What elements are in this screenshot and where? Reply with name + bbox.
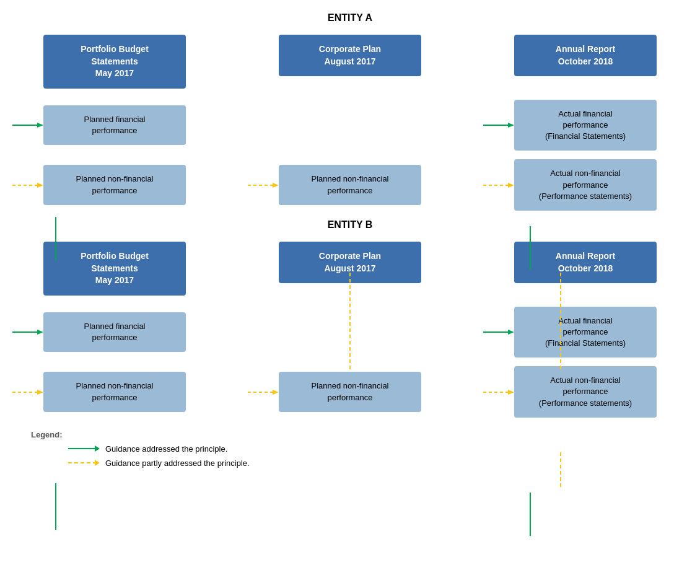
right-header-b: Annual Report October 2018 xyxy=(514,242,657,296)
center-header-a: Corporate Plan August 2017 xyxy=(279,35,421,89)
entity-b-title: ENTITY B xyxy=(19,219,681,230)
planned-nonfinancial-left-a: Planned non-financialperformance xyxy=(43,165,186,204)
annual-report-header-b: Annual Report October 2018 xyxy=(514,242,657,283)
dashed-arrow-a2-right xyxy=(483,179,514,191)
svg-marker-3 xyxy=(508,123,514,128)
dashed-arrow-b2-right xyxy=(483,386,514,398)
legend-green: Guidance addressed the principle. xyxy=(68,444,681,454)
actual-financial-box-a: Actual financialperformance(Financial St… xyxy=(514,100,657,151)
legend: Legend: Guidance addressed the principle… xyxy=(19,430,681,468)
legend-green-arrow xyxy=(68,448,99,449)
svg-marker-1 xyxy=(37,123,43,128)
left-planned-financial-b: Planned financialperformance xyxy=(43,312,186,352)
planned-financial-box-b: Planned financialperformance xyxy=(43,312,186,352)
legend-item-green: Legend: xyxy=(31,430,681,439)
main-container: ENTITY A Portfolio Budget Statements May… xyxy=(0,0,700,485)
corporate-plan-header-a: Corporate Plan August 2017 xyxy=(279,35,421,76)
svg-marker-7 xyxy=(273,183,279,188)
portfolio-budget-header-b: Portfolio Budget Statements May 2017 xyxy=(43,242,186,296)
legend-dashed: Guidance partly addressed the principle. xyxy=(68,459,681,468)
center-header-b: Corporate Plan August 2017 xyxy=(279,242,421,296)
right-actual-financial-b: Actual financialperformance(Financial St… xyxy=(514,307,657,358)
left-header-a: Portfolio Budget Statements May 2017 xyxy=(43,35,186,89)
left-planned-financial-a: Planned financialperformance xyxy=(43,105,186,145)
svg-marker-15 xyxy=(37,390,43,395)
left-planned-nonfinancial-b: Planned non-financialperformance xyxy=(43,372,186,411)
green-arrow-a1-right xyxy=(483,119,514,131)
legend-dashed-arrow xyxy=(68,462,99,463)
planned-financial-box-a: Planned financialperformance xyxy=(43,105,186,145)
right-header-a: Annual Report October 2018 xyxy=(514,35,657,89)
planned-nonfinancial-center-a: Planned non-financialperformance xyxy=(279,165,421,204)
dashed-arrow-b2-left xyxy=(12,386,43,398)
right-actual-nonfinancial-a: Actual non-financialperformance(Performa… xyxy=(514,159,657,211)
left-header-b: Portfolio Budget Statements May 2017 xyxy=(43,242,186,296)
left-planned-nonfinancial-a: Planned non-financialperformance xyxy=(43,165,186,204)
svg-marker-11 xyxy=(37,330,43,335)
green-arrow-a1 xyxy=(12,119,43,131)
center-planned-nonfinancial-b: Planned non-financialperformance xyxy=(279,372,421,411)
legend-green-label: Guidance addressed the principle. xyxy=(105,444,227,454)
green-arrow-b1-right xyxy=(483,326,514,338)
actual-nonfinancial-box-a: Actual non-financialperformance(Performa… xyxy=(514,159,657,211)
actual-financial-box-b: Actual financialperformance(Financial St… xyxy=(514,307,657,358)
green-arrow-b1-left xyxy=(12,326,43,338)
legend-dashed-label: Guidance partly addressed the principle. xyxy=(105,459,250,468)
corporate-plan-header-b: Corporate Plan August 2017 xyxy=(279,242,421,283)
planned-nonfinancial-center-b: Planned non-financialperformance xyxy=(279,372,421,411)
entity-a-title: ENTITY A xyxy=(19,12,681,24)
right-actual-nonfinancial-b: Actual non-financialperformance(Performa… xyxy=(514,366,657,418)
svg-marker-17 xyxy=(273,390,279,395)
svg-marker-13 xyxy=(508,330,514,335)
dashed-arrow-b2-center xyxy=(248,386,279,398)
center-planned-nonfinancial-a: Planned non-financialperformance xyxy=(279,165,421,204)
dashed-arrow-a2-center xyxy=(248,179,279,191)
svg-marker-19 xyxy=(508,390,514,395)
dashed-arrow-a2-left xyxy=(12,179,43,191)
actual-nonfinancial-box-b: Actual non-financialperformance(Performa… xyxy=(514,366,657,418)
svg-marker-5 xyxy=(37,183,43,188)
annual-report-header-a: Annual Report October 2018 xyxy=(514,35,657,76)
portfolio-budget-header-a: Portfolio Budget Statements May 2017 xyxy=(43,35,186,89)
svg-marker-9 xyxy=(508,183,514,188)
right-actual-financial-a: Actual financialperformance(Financial St… xyxy=(514,100,657,151)
planned-nonfinancial-left-b: Planned non-financialperformance xyxy=(43,372,186,411)
